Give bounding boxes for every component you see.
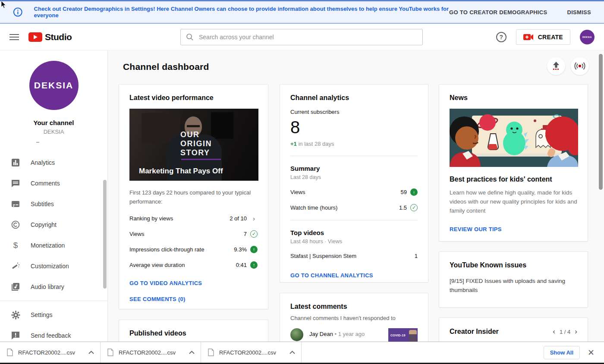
go-live-button[interactable] — [571, 57, 589, 75]
published-videos-card-title: Published videos — [129, 329, 258, 337]
latest-video-card-title: Latest video performance — [129, 94, 258, 102]
upload-video-button[interactable] — [547, 57, 565, 75]
latest-comments-subtitle: Channel comments I haven't responded to — [290, 315, 418, 321]
metric-row-ctr: Impressions click-through rate 9.3% ↑ — [129, 246, 258, 253]
metric-row-ranking[interactable]: Ranking by views 2 of 10 › — [129, 215, 258, 222]
dismiss-button[interactable]: DISMISS — [567, 9, 591, 16]
sidebar-item-monetization[interactable]: $ Monetization — [0, 235, 107, 256]
video-title: Marketing That Pays Off — [139, 167, 223, 176]
card-divider — [290, 156, 418, 156]
main-content: Channel dashboard Latest video performan… — [108, 50, 604, 364]
search-input[interactable] — [199, 34, 417, 41]
check-badge-icon: ✓ — [410, 204, 418, 211]
subtitles-icon — [11, 199, 20, 209]
news-card-title: News — [450, 94, 577, 102]
chevron-up-icon[interactable] — [289, 351, 295, 354]
collapsed-indicator — [36, 142, 39, 143]
sidebar-item-settings[interactable]: Settings — [0, 304, 107, 325]
search-icon — [186, 33, 194, 41]
sidebar-item-audio-library[interactable]: Audio library — [0, 276, 107, 297]
sidebar-item-analytics[interactable]: Analytics — [0, 152, 107, 173]
creator-demographics-banner: Check out Creator Demographics in Settin… — [0, 0, 604, 24]
file-icon — [107, 348, 113, 356]
info-icon — [13, 7, 23, 17]
creator-insider-card-title: Creator Insider — [450, 328, 499, 336]
upload-icon — [551, 61, 561, 71]
see-comments-link[interactable]: SEE COMMENTS (0) — [129, 296, 258, 302]
file-icon — [208, 348, 214, 356]
channel-avatar[interactable]: DEKSIA — [29, 61, 79, 110]
download-item-3[interactable]: RFACTOR20002....csv — [201, 342, 302, 363]
news-article-body: Learn how we define high quality, made f… — [450, 188, 577, 216]
up-arrow-badge-icon: ↑ — [250, 261, 258, 269]
channel-name: DEKSIA — [0, 129, 107, 135]
news-illustration[interactable] — [450, 109, 578, 167]
page-scrollbar[interactable] — [599, 54, 603, 190]
youtube-studio-logo[interactable]: Studio — [28, 32, 72, 42]
chevron-up-icon[interactable] — [189, 351, 195, 354]
top-videos-subtitle: Last 48 hours · Views — [290, 238, 418, 245]
logo-text: Studio — [45, 32, 72, 42]
go-to-channel-analytics-link[interactable]: GO TO CHANNEL ANALYTICS — [290, 272, 418, 279]
pager-prev-icon[interactable]: ‹ — [553, 327, 555, 336]
current-subscribers-label: Current subscribers — [290, 109, 418, 115]
pager-page-indicator: 1 / 4 — [560, 329, 570, 335]
show-all-button[interactable]: Show All — [544, 346, 580, 359]
known-issues-body: [9/15] FIXED Issues with uploads and sav… — [450, 277, 577, 295]
create-button[interactable]: CREATE — [516, 29, 570, 45]
downloads-bar: RFACTOR20002....csv RFACTOR20002....csv … — [0, 342, 604, 364]
comment-time: • 1 year ago — [335, 331, 365, 337]
chevron-right-icon: › — [250, 215, 258, 222]
metric-row-views: Views 7 ✓ — [129, 230, 258, 238]
create-video-icon — [523, 34, 534, 41]
close-downloads-icon[interactable]: ✕ — [588, 348, 595, 358]
settings-icon — [11, 310, 20, 320]
monetization-icon: $ — [11, 241, 20, 250]
metric-row-avg-duration: Average view duration 0:41 ↑ — [129, 261, 258, 269]
up-arrow-badge-icon: ↑ — [250, 246, 258, 253]
channel-analytics-card: Channel analytics Current subscribers 8 … — [280, 84, 428, 282]
known-issues-card: YouTube Known issues [9/15] FIXED Issues… — [439, 251, 588, 308]
chevron-up-icon[interactable] — [88, 351, 94, 354]
thumbnail-overlay-text: OUR ORIGIN STORY — [180, 130, 212, 158]
commenter-avatar[interactable] — [290, 328, 303, 341]
go-to-video-analytics-link[interactable]: GO TO VIDEO ANALYTICS — [129, 280, 258, 286]
help-icon[interactable]: ? — [496, 32, 506, 42]
sidebar-item-customization[interactable]: Customization — [0, 256, 107, 276]
subscriber-delta: +1 in last 28 days — [290, 141, 418, 147]
account-avatar[interactable]: DEKSIA — [580, 30, 595, 44]
sidebar-item-subtitles[interactable]: Subtitles — [0, 194, 107, 214]
app-header: Studio ? CREATE DEKSIA — [0, 24, 604, 50]
channel-analytics-card-title: Channel analytics — [290, 94, 418, 102]
download-item-2[interactable]: RFACTOR20002....csv — [101, 342, 201, 363]
your-channel-label: Your channel — [0, 119, 107, 126]
file-icon — [7, 348, 13, 356]
performance-intro: First 123 days 22 hours compared to your… — [129, 188, 258, 207]
latest-video-thumbnail[interactable]: OUR ORIGIN STORY Marketing That Pays Off — [129, 109, 258, 181]
search-bar[interactable] — [180, 29, 423, 45]
banner-message: Check out Creator Demographics in Settin… — [34, 6, 449, 19]
feedback-icon — [11, 331, 20, 340]
customization-icon — [11, 261, 20, 271]
summary-row-watch-time: Watch time (hours) 1.5 ✓ — [290, 204, 418, 211]
menu-icon[interactable] — [9, 32, 19, 42]
news-article-title[interactable]: Best practices for kids' content — [450, 176, 577, 183]
check-badge-icon: ✓ — [250, 230, 258, 238]
copyright-icon — [11, 220, 20, 229]
summary-subtitle: Last 28 days — [290, 174, 418, 180]
comment-author[interactable]: Jay Dean — [309, 331, 333, 337]
mouse-cursor — [1, 1, 7, 9]
review-our-tips-link[interactable]: REVIEW OUR TIPS — [450, 226, 577, 232]
sidebar-scrollbar[interactable] — [103, 180, 107, 289]
top-video-row[interactable]: Stafast | Suspension Stem 1 — [290, 253, 418, 259]
pager-next-icon[interactable]: › — [575, 327, 577, 336]
sidebar-item-copyright[interactable]: Copyright — [0, 214, 107, 235]
download-item-1[interactable]: RFACTOR20002....csv — [0, 342, 101, 363]
card-divider — [290, 220, 418, 220]
summary-title: Summary — [290, 165, 418, 172]
go-to-creator-demographics-button[interactable]: GO TO CREATOR DEMOGRAPHICS — [449, 9, 547, 16]
audio-library-icon — [11, 282, 20, 292]
latest-video-performance-card: Latest video performance OUR ORIGIN STOR… — [119, 84, 268, 309]
sidebar-item-comments[interactable]: Comments — [0, 173, 107, 194]
subscriber-count: 8 — [290, 118, 418, 137]
